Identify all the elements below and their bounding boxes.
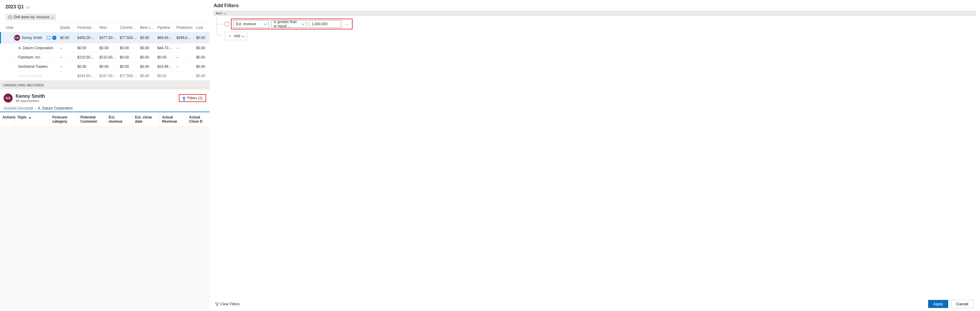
cell-pipeline: $69,695.00 [156, 32, 175, 43]
cell-committed: $77,500.00 [118, 32, 138, 43]
record-name: Kenny Smith [16, 94, 45, 99]
chevron-down-icon [264, 22, 267, 25]
opportunity-header-row: Actions Topic Forecast category Potentia… [0, 111, 210, 127]
more-options-icon[interactable]: ··· [344, 22, 350, 26]
table-row[interactable]: KS Kenny Smith $0.00 $455,000.00 $377,50… [1, 32, 210, 43]
col-lost[interactable]: Lost [194, 23, 210, 32]
chevron-down-icon [26, 5, 30, 9]
panel-title: Add Filters [214, 2, 976, 11]
breadcrumb-leaf[interactable]: A. Datum Corporation [38, 106, 73, 110]
filter-field-value: Est. revenue [236, 22, 256, 26]
record-header: KS Kenny Smith All opportunities Filters… [0, 89, 210, 106]
filter-operator-select[interactable]: Is greater than or equal ... [271, 20, 306, 28]
col-actual-revenue[interactable]: Actual Revenue [160, 112, 187, 127]
panel-footer: Clear Filters Apply Cancel [214, 298, 976, 311]
filter-row: Est. revenue Is greater than or equal ..… [231, 19, 353, 29]
col-topic[interactable]: Topic [15, 112, 50, 127]
underlying-records-bar: UNDERLYING RECORDS [0, 81, 210, 89]
avatar: KS [14, 35, 20, 41]
drill-bar: Drill down by: Account [0, 14, 210, 21]
cell-prediction: $499,013.25 [175, 32, 194, 43]
user-name: Kenny Smith [22, 36, 42, 40]
breadcrumb-root[interactable]: Account (Account) [3, 106, 33, 110]
expand-up-icon[interactable] [52, 36, 56, 40]
col-actions[interactable]: Actions [0, 112, 15, 127]
chevron-down-icon [242, 34, 245, 37]
col-forecast-category[interactable]: Forecast category [50, 112, 78, 127]
col-bestcase[interactable]: Best case [138, 23, 156, 32]
user-name: Trey Research [18, 74, 42, 78]
chevron-right-icon: › [35, 106, 36, 110]
user-name: Northwind Traders [18, 65, 48, 69]
col-committed[interactable]: Committed [118, 23, 138, 32]
conjunction-chip[interactable]: And [214, 11, 976, 16]
table-row[interactable]: Trey Research -- $244,500.00 $167,000.00… [1, 71, 210, 81]
cell-lost: $0.00 [194, 32, 210, 43]
filter-field-select[interactable]: Est. revenue [233, 20, 269, 28]
chevron-down-icon [223, 11, 226, 14]
add-label: Add [234, 34, 240, 38]
add-filter-button[interactable]: ＋ Add [225, 32, 247, 40]
col-pipeline[interactable]: Pipeline [156, 23, 175, 32]
col-potential-customer[interactable]: Potential Customer [78, 112, 106, 127]
share-icon[interactable] [47, 36, 51, 40]
clear-filters-button[interactable]: Clear Filters [215, 302, 240, 306]
filter-clear-icon [215, 303, 218, 306]
filters-label: Filters (1) [187, 96, 202, 100]
col-est-close-date[interactable]: Est. close date [133, 112, 160, 127]
period-dropdown[interactable]: 2023 Q1 [5, 4, 29, 10]
user-name: A. Datum Corporation [18, 46, 53, 50]
forecast-pane: 2023 Q1 Drill down by: Account User Quot… [0, 0, 210, 311]
grid-header-row: User Quota Forecast i Won Committed Best… [1, 23, 210, 32]
user-name: Fabrikam, Inc. [18, 55, 41, 59]
col-won[interactable]: Won [98, 23, 118, 32]
plus-icon: ＋ [228, 33, 232, 39]
col-actual-close-date[interactable]: Actual Close D [187, 112, 210, 127]
filter-operator-value: Is greater than or equal ... [274, 20, 300, 28]
filter-row-checkbox[interactable] [225, 22, 229, 26]
filter-icon [183, 97, 185, 99]
hierarchy-icon [8, 15, 12, 19]
table-row[interactable]: Northwind Traders -- $0.00 $0.00 $0.00 $… [1, 62, 210, 71]
col-prediction[interactable]: Prediction [175, 23, 194, 32]
filter-value: 1,000,000 [312, 22, 328, 26]
apply-button[interactable]: Apply [928, 300, 948, 308]
col-user[interactable]: User [1, 23, 59, 32]
filter-panel: Add Filters And Est. revenue Is greater … [210, 0, 980, 311]
clear-filters-label: Clear Filters [220, 302, 240, 306]
filter-value-input[interactable]: 1,000,000 [309, 20, 341, 28]
drilldown-label: Drill down by: Account [14, 15, 49, 19]
cancel-button[interactable]: Cancel [951, 300, 974, 308]
conjunction-label: And [216, 11, 222, 15]
tree-connector [217, 24, 223, 24]
opportunity-empty-area [0, 127, 210, 311]
table-row[interactable]: A. Datum Corporation -- $0.00 $0.00 $0.0… [1, 43, 210, 53]
breadcrumb: Account (Account) › A. Datum Corporation [0, 106, 210, 111]
drilldown-pill[interactable]: Drill down by: Account [5, 14, 56, 21]
cell-quota: $0.00 [58, 32, 75, 43]
avatar: KS [3, 94, 13, 103]
col-forecast[interactable]: Forecast i [76, 23, 98, 32]
sort-ascending-icon [29, 117, 31, 119]
cell-forecast: $455,000.00 [76, 32, 98, 43]
col-est-revenue[interactable]: Est. revenue [106, 112, 133, 127]
record-subtitle: All opportunities [16, 99, 45, 103]
period-label: 2023 Q1 [5, 4, 24, 10]
col-quota[interactable]: Quota [58, 23, 75, 32]
chevron-down-icon [51, 15, 54, 18]
cell-won: $377,500.00 [98, 32, 118, 43]
cell-bestcase: $0.00 [138, 32, 156, 43]
forecast-grid: User Quota Forecast i Won Committed Best… [0, 23, 210, 81]
chevron-down-icon [302, 22, 305, 25]
filters-button[interactable]: Filters (1) [179, 94, 206, 102]
table-row[interactable]: Fabrikam, Inc. -- $210,500.00 $210,500.0… [1, 53, 210, 62]
period-header: 2023 Q1 [0, 0, 210, 14]
